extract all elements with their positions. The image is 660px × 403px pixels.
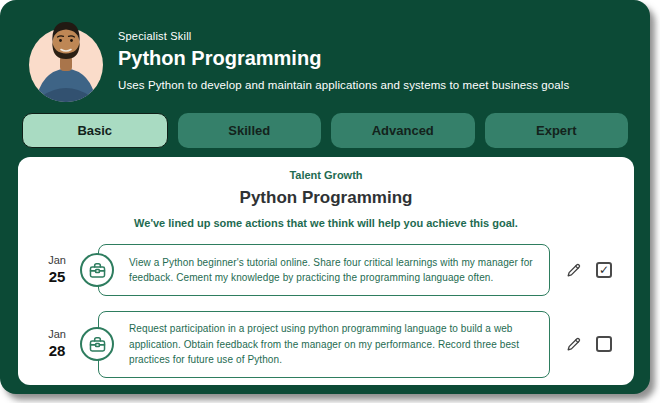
action-badge <box>80 253 114 287</box>
action-tools: ✓ <box>566 262 616 278</box>
card-subtitle: We've lined up some actions that we thin… <box>34 217 618 229</box>
skill-description: Uses Python to develop and maintain appl… <box>118 79 569 91</box>
pencil-icon <box>566 336 582 352</box>
tab-basic[interactable]: Basic <box>22 113 168 148</box>
pencil-icon <box>566 262 582 278</box>
tab-advanced[interactable]: Advanced <box>331 113 475 148</box>
action-badge <box>80 327 114 361</box>
avatar <box>28 12 104 104</box>
action-text: View a Python beginner's tutorial online… <box>129 255 537 286</box>
action-list: Jan 25 View a Python beginner' <box>34 244 618 378</box>
edit-action-button[interactable] <box>566 336 582 352</box>
action-checkbox[interactable] <box>596 336 612 352</box>
skill-panel: Specialist Skill Python Programming Uses… <box>0 0 650 394</box>
level-tabs: Basic Skilled Advanced Expert <box>22 113 628 148</box>
action-date-month: Jan <box>40 328 74 342</box>
tab-skilled[interactable]: Skilled <box>178 113 322 148</box>
edit-action-button[interactable] <box>566 262 582 278</box>
briefcase-icon <box>88 261 107 280</box>
action-date: Jan 25 <box>40 254 74 287</box>
action-tools <box>566 336 616 352</box>
action-checkbox[interactable]: ✓ <box>596 262 612 278</box>
tab-expert[interactable]: Expert <box>485 113 629 148</box>
action-date-month: Jan <box>40 254 74 268</box>
talent-growth-card: Talent Growth Python Programming We've l… <box>18 157 634 385</box>
skill-category-label: Specialist Skill <box>118 30 569 42</box>
action-date: Jan 28 <box>40 328 74 361</box>
card-title: Python Programming <box>34 188 618 208</box>
briefcase-icon <box>88 335 107 354</box>
action-description-box: View a Python beginner's tutorial online… <box>98 244 550 296</box>
checkmark-icon: ✓ <box>599 264 609 276</box>
person-photo-illustration <box>28 12 104 104</box>
talent-growth-label: Talent Growth <box>34 169 618 181</box>
action-text: Request participation in a project using… <box>129 321 537 368</box>
action-date-day: 25 <box>40 268 74 287</box>
header-text: Specialist Skill Python Programming Uses… <box>118 12 569 104</box>
action-row: Jan 28 Request participation i <box>40 311 616 378</box>
screenshot-stage: Specialist Skill Python Programming Uses… <box>0 0 660 403</box>
action-row: Jan 25 View a Python beginner' <box>40 244 616 296</box>
action-date-day: 28 <box>40 342 74 361</box>
action-description-box: Request participation in a project using… <box>98 311 550 378</box>
profile-header: Specialist Skill Python Programming Uses… <box>28 12 630 104</box>
skill-title: Python Programming <box>118 47 569 70</box>
